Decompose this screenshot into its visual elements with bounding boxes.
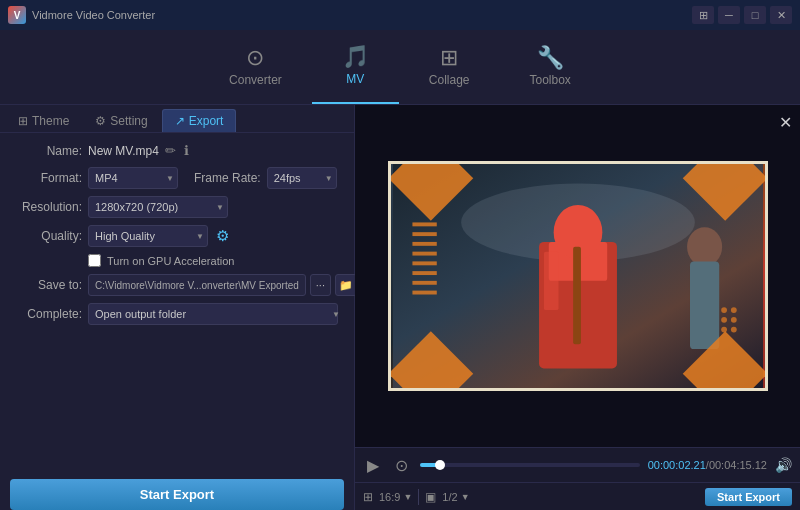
name-row: Name: New MV.mp4 ✏ ℹ xyxy=(10,141,344,160)
play-button[interactable]: ▶ xyxy=(363,454,383,477)
svg-rect-11 xyxy=(412,261,436,265)
start-export-small-button[interactable]: Start Export xyxy=(705,488,792,506)
svg-rect-5 xyxy=(573,247,581,344)
gpu-checkbox[interactable] xyxy=(88,254,101,267)
tab-toolbox[interactable]: 🔧 Toolbox xyxy=(500,30,601,104)
video-frame xyxy=(388,161,768,391)
progress-bar[interactable] xyxy=(420,463,640,467)
gpu-label: Turn on GPU Acceleration xyxy=(107,255,234,267)
aspect-ratio-arrow: ▼ xyxy=(403,492,412,502)
progress-thumb xyxy=(435,460,445,470)
svg-point-18 xyxy=(721,307,727,313)
quality-select-wrapper: High Quality xyxy=(88,225,208,247)
name-text: New MV.mp4 xyxy=(88,144,159,158)
video-preview: ✕ xyxy=(355,105,800,447)
format-label: Format: xyxy=(10,171,82,185)
svg-rect-7 xyxy=(412,222,436,226)
resolution-select-wrapper: 1280x720 (720p) xyxy=(88,196,228,218)
segment-icon: ▣ xyxy=(425,490,436,504)
setting-gear-icon: ⚙ xyxy=(95,114,106,128)
segment-value: 1/2 xyxy=(442,491,457,503)
bottom-controls: ⊞ 16:9 ▼ ▣ 1/2 ▼ Start Export xyxy=(355,482,800,510)
segment-selector[interactable]: 1/2 ▼ xyxy=(442,491,469,503)
controls-bar: ▶ ⊙ 00:00:02.21/00:04:15.12 🔊 xyxy=(355,447,800,482)
preview-close-button[interactable]: ✕ xyxy=(779,113,792,132)
complete-label: Complete: xyxy=(10,307,82,321)
sub-tabs: ⊞ Theme ⚙ Setting ↗ Export xyxy=(0,105,354,133)
segment-arrow: ▼ xyxy=(461,492,470,502)
save-to-row: Save to: C:\Vidmore\Vidmore V...onverter… xyxy=(10,274,344,296)
subtab-export[interactable]: ↗ Export xyxy=(162,109,237,132)
app-icon: V xyxy=(8,6,26,24)
main-content: ⊞ Theme ⚙ Setting ↗ Export Name: New MV.… xyxy=(0,105,800,510)
complete-row: Complete: Open output folder xyxy=(10,303,344,325)
svg-rect-31 xyxy=(690,261,719,349)
tab-toolbox-label: Toolbox xyxy=(530,73,571,87)
save-to-label: Save to: xyxy=(10,278,82,292)
tab-mv-label: MV xyxy=(346,72,364,86)
svg-rect-8 xyxy=(412,232,436,236)
save-path-text: C:\Vidmore\Vidmore V...onverter\MV Expor… xyxy=(88,274,306,296)
format-select[interactable]: MP4 xyxy=(88,167,178,189)
current-time: 00:00:02.21 xyxy=(648,459,706,471)
titlebar-left: V Vidmore Video Converter xyxy=(8,6,155,24)
minimize-button[interactable]: ─ xyxy=(718,6,740,24)
subtab-export-label: Export xyxy=(189,114,224,128)
format-row: Format: MP4 Frame Rate: 24fps xyxy=(10,167,344,189)
settings-form: Name: New MV.mp4 ✏ ℹ Format: MP4 Frame R… xyxy=(0,133,354,473)
tab-collage-label: Collage xyxy=(429,73,470,87)
right-panel: ✕ ▶ ⊙ 00:00:02.21/00:04:15.12 🔊 ⊞ 16:9 ▼… xyxy=(355,105,800,510)
name-value: New MV.mp4 ✏ ℹ xyxy=(88,141,191,160)
left-panel: ⊞ Theme ⚙ Setting ↗ Export Name: New MV.… xyxy=(0,105,355,510)
discord-button[interactable]: ⊞ xyxy=(692,6,714,24)
subtab-theme[interactable]: ⊞ Theme xyxy=(6,109,81,132)
stop-button[interactable]: ⊙ xyxy=(391,454,412,477)
export-arrow-icon: ↗ xyxy=(175,114,185,128)
svg-rect-13 xyxy=(412,281,436,285)
gpu-row: Turn on GPU Acceleration xyxy=(10,254,344,267)
path-dots-button[interactable]: ··· xyxy=(310,274,331,296)
svg-point-19 xyxy=(730,307,736,313)
tab-converter-label: Converter xyxy=(229,73,282,87)
svg-point-24 xyxy=(730,317,736,323)
crop-icon: ⊞ xyxy=(363,490,373,504)
toolbox-icon: 🔧 xyxy=(537,47,564,69)
svg-point-30 xyxy=(687,227,722,266)
edit-name-button[interactable]: ✏ xyxy=(163,141,178,160)
converter-icon: ⊙ xyxy=(246,47,264,69)
total-time: 00:04:15.12 xyxy=(709,459,767,471)
aspect-ratio-selector[interactable]: 16:9 ▼ xyxy=(379,491,412,503)
start-export-button[interactable]: Start Export xyxy=(10,479,344,510)
divider-1 xyxy=(418,489,419,505)
mv-icon: 🎵 xyxy=(342,46,369,68)
collage-icon: ⊞ xyxy=(440,47,458,69)
titlebar-controls: ⊞ ─ □ ✕ xyxy=(692,6,792,24)
tab-bar: ⊙ Converter 🎵 MV ⊞ Collage 🔧 Toolbox xyxy=(0,30,800,105)
maximize-button[interactable]: □ xyxy=(744,6,766,24)
svg-rect-6 xyxy=(543,252,558,310)
subtab-setting[interactable]: ⚙ Setting xyxy=(83,109,159,132)
titlebar-title: Vidmore Video Converter xyxy=(32,9,155,21)
frame-rate-select[interactable]: 24fps xyxy=(267,167,337,189)
name-label: Name: xyxy=(10,144,82,158)
complete-select-wrapper: Open output folder xyxy=(88,303,344,325)
complete-select[interactable]: Open output folder xyxy=(88,303,338,325)
volume-button[interactable]: 🔊 xyxy=(775,457,792,473)
quality-select[interactable]: High Quality xyxy=(88,225,208,247)
tab-mv[interactable]: 🎵 MV xyxy=(312,30,399,104)
close-button[interactable]: ✕ xyxy=(770,6,792,24)
open-folder-button[interactable]: 📁 xyxy=(335,274,357,296)
title-bar: V Vidmore Video Converter ⊞ ─ □ ✕ xyxy=(0,0,800,30)
resolution-select[interactable]: 1280x720 (720p) xyxy=(88,196,228,218)
tab-collage[interactable]: ⊞ Collage xyxy=(399,30,500,104)
info-button[interactable]: ℹ xyxy=(182,141,191,160)
quality-settings-button[interactable]: ⚙ xyxy=(214,225,231,247)
tab-converter[interactable]: ⊙ Converter xyxy=(199,30,312,104)
svg-point-29 xyxy=(730,327,736,333)
theme-grid-icon: ⊞ xyxy=(18,114,28,128)
svg-rect-10 xyxy=(412,252,436,256)
quality-row: Quality: High Quality ⚙ xyxy=(10,225,344,247)
svg-point-23 xyxy=(721,317,727,323)
frame-rate-select-wrapper: 24fps xyxy=(267,167,337,189)
svg-rect-12 xyxy=(412,271,436,275)
